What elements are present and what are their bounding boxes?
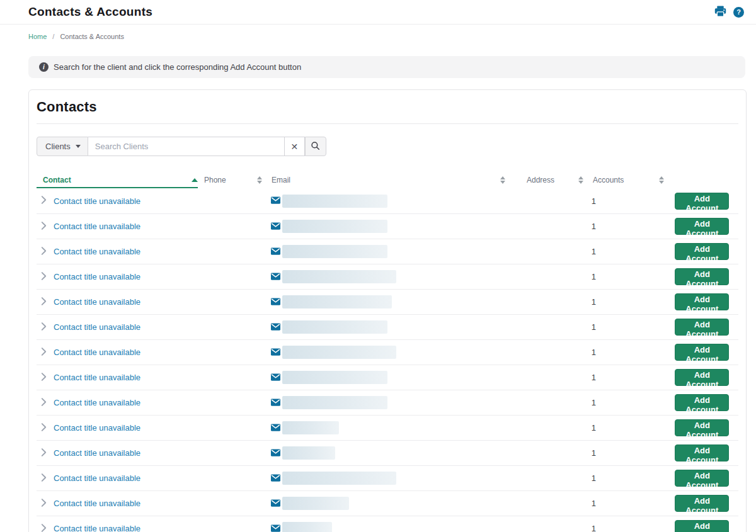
- add-account-button[interactable]: Add Account: [675, 419, 729, 436]
- contact-link[interactable]: Contact title unavailable: [54, 473, 140, 483]
- add-account-button[interactable]: Add Account: [675, 344, 729, 361]
- contact-link[interactable]: Contact title unavailable: [54, 348, 140, 357]
- column-header-phone[interactable]: Phone: [204, 173, 272, 188]
- accounts-count: 1: [592, 247, 675, 256]
- add-account-button[interactable]: Add Account: [675, 394, 729, 411]
- contact-link[interactable]: Contact title unavailable: [54, 297, 140, 307]
- redacted-email-bar: [282, 421, 339, 434]
- contact-link[interactable]: Contact title unavailable: [54, 373, 140, 382]
- email-cell: [271, 421, 525, 434]
- table-row: Contact title unavailable 1: [37, 213, 738, 239]
- search-input[interactable]: [88, 137, 285, 156]
- chevron-right-icon: [41, 322, 47, 332]
- sort-icon: [257, 176, 262, 184]
- contact-cell: Contact title unavailable: [37, 272, 203, 282]
- email-cell: [271, 472, 525, 485]
- sort-asc-icon: [192, 178, 198, 182]
- row-expander[interactable]: [41, 524, 47, 532]
- row-expander[interactable]: [41, 272, 47, 282]
- redacted-email-bar: [282, 220, 387, 233]
- add-account-button[interactable]: Add Account: [675, 243, 729, 260]
- accounts-count: 1: [592, 196, 675, 206]
- add-account-button[interactable]: Add Account: [675, 444, 729, 461]
- column-label: Phone: [204, 176, 226, 184]
- help-button[interactable]: ?: [733, 7, 744, 18]
- contact-link[interactable]: Contact title unavailable: [54, 423, 140, 433]
- breadcrumb-home-link[interactable]: Home: [28, 33, 47, 40]
- column-label: Email: [272, 176, 290, 184]
- chevron-right-icon: [41, 473, 47, 484]
- print-button[interactable]: [714, 6, 726, 19]
- contact-link[interactable]: Contact title unavailable: [54, 222, 140, 231]
- redacted-email-bar: [282, 472, 396, 485]
- table-row: Contact title unavailable 1: [37, 339, 738, 365]
- add-account-button[interactable]: Add Account: [675, 369, 729, 386]
- action-cell: Add Account: [675, 394, 738, 411]
- row-expander[interactable]: [41, 373, 47, 383]
- search-button[interactable]: [305, 137, 326, 156]
- contact-link[interactable]: Contact title unavailable: [54, 448, 140, 458]
- redacted-email-bar: [282, 320, 387, 334]
- accounts-count: 1: [592, 499, 675, 508]
- column-header-accounts[interactable]: Accounts: [593, 173, 677, 188]
- row-expander[interactable]: [41, 247, 47, 257]
- add-account-button[interactable]: Add Account: [675, 520, 729, 532]
- table-row: Contact title unavailable 1: [37, 516, 738, 532]
- envelope-icon: [271, 498, 280, 509]
- row-expander[interactable]: [41, 499, 47, 509]
- table-row: Contact title unavailable 1: [37, 465, 738, 490]
- chevron-right-icon: [41, 222, 47, 232]
- contact-link[interactable]: Contact title unavailable: [54, 247, 140, 256]
- envelope-icon: [271, 347, 280, 358]
- column-header-email[interactable]: Email: [272, 173, 527, 188]
- column-header-contact[interactable]: Contact: [37, 173, 198, 188]
- add-account-button[interactable]: Add Account: [675, 495, 729, 512]
- redacted-email-bar: [282, 371, 387, 384]
- chevron-right-icon: [41, 448, 47, 458]
- row-expander[interactable]: [41, 448, 47, 458]
- add-account-button[interactable]: Add Account: [675, 470, 729, 487]
- clear-search-button[interactable]: ✕: [285, 137, 305, 156]
- accounts-count: 1: [592, 297, 675, 307]
- row-expander[interactable]: [41, 473, 47, 484]
- contact-cell: Contact title unavailable: [37, 499, 203, 509]
- add-account-button[interactable]: Add Account: [675, 293, 729, 310]
- contact-link[interactable]: Contact title unavailable: [54, 272, 140, 281]
- redacted-email-bar: [282, 522, 332, 532]
- add-account-button[interactable]: Add Account: [675, 193, 729, 210]
- row-expander[interactable]: [41, 297, 47, 307]
- contact-cell: Contact title unavailable: [37, 297, 203, 307]
- table-row: Contact title unavailable 1: [37, 390, 738, 415]
- contact-cell: Contact title unavailable: [37, 222, 203, 232]
- add-account-button[interactable]: Add Account: [675, 319, 729, 336]
- row-expander[interactable]: [41, 398, 47, 408]
- accounts-count: 1: [592, 524, 675, 532]
- action-cell: Add Account: [675, 243, 738, 260]
- column-header-address[interactable]: Address: [527, 173, 593, 188]
- contact-cell: Contact title unavailable: [37, 373, 203, 383]
- email-cell: [271, 320, 525, 334]
- row-expander[interactable]: [41, 423, 47, 433]
- filter-dropdown[interactable]: Clients: [37, 137, 88, 156]
- contact-cell: Contact title unavailable: [37, 423, 203, 433]
- chevron-right-icon: [41, 524, 47, 532]
- contact-link[interactable]: Contact title unavailable: [54, 524, 140, 532]
- action-cell: Add Account: [675, 193, 738, 210]
- add-account-button[interactable]: Add Account: [675, 218, 729, 235]
- contact-link[interactable]: Contact title unavailable: [54, 499, 140, 508]
- row-expander[interactable]: [41, 196, 47, 206]
- accounts-count: 1: [592, 398, 675, 407]
- row-expander[interactable]: [41, 348, 47, 358]
- row-expander[interactable]: [41, 322, 47, 332]
- contact-link[interactable]: Contact title unavailable: [54, 322, 140, 332]
- table-row: Contact title unavailable 1: [37, 289, 738, 314]
- breadcrumb-separator: /: [52, 33, 54, 40]
- contact-cell: Contact title unavailable: [37, 448, 203, 458]
- contact-link[interactable]: Contact title unavailable: [54, 398, 140, 407]
- add-account-button[interactable]: Add Account: [675, 268, 729, 285]
- contact-link[interactable]: Contact title unavailable: [54, 196, 140, 206]
- email-cell: [271, 346, 525, 359]
- envelope-icon: [271, 246, 280, 258]
- chevron-right-icon: [41, 373, 47, 383]
- row-expander[interactable]: [41, 222, 47, 232]
